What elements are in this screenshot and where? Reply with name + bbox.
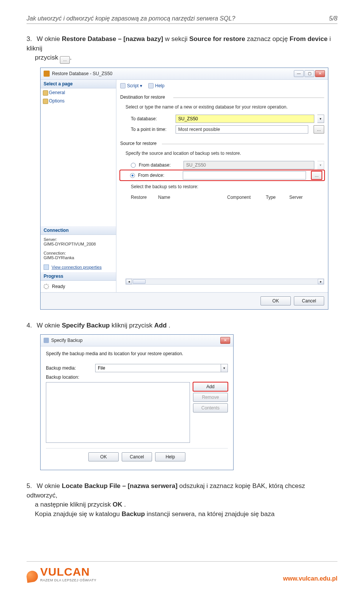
add-button[interactable]: Add	[193, 382, 228, 391]
step-5: 5. W oknie Locate Backup File – [nazwa s…	[27, 482, 337, 519]
backup-sets-header: Restore Name Component Type Server	[120, 193, 324, 201]
close-button[interactable]: ✕	[315, 70, 325, 77]
script-icon	[120, 83, 126, 88]
step-4-num: 4.	[27, 321, 35, 331]
destination-group-title: Destination for restore	[120, 94, 324, 100]
from-device-browse-button[interactable]: …	[311, 171, 322, 179]
logo-mark-icon	[26, 570, 39, 583]
backup-sets-list[interactable]: ◂ ▸	[126, 203, 324, 285]
specify-hint: Specify the backup media and its locatio…	[46, 351, 228, 362]
to-point-in-time-input[interactable]	[176, 125, 308, 134]
contents-button: Contents	[193, 403, 228, 412]
to-time-browse-button[interactable]: …	[314, 125, 324, 134]
progress-header: Progress	[41, 272, 116, 281]
step-4: 4. W oknie Specify Backup kliknij przyci…	[27, 321, 337, 331]
destination-hint: Select or type the name of a new or exis…	[120, 102, 324, 113]
ok-button[interactable]: OK	[88, 452, 119, 461]
scroll-right-icon[interactable]: ▸	[318, 279, 324, 284]
spinner-icon	[44, 284, 49, 289]
ellipsis-icon: …	[60, 56, 70, 64]
from-device-input[interactable]	[183, 171, 306, 179]
script-button[interactable]: Script ▾	[120, 83, 142, 88]
horizontal-scrollbar[interactable]: ◂ ▸	[126, 279, 324, 285]
help-icon	[148, 83, 154, 88]
dialog-icon	[44, 338, 49, 343]
close-button[interactable]: ✕	[220, 337, 230, 344]
source-group-title: Source for restore	[120, 141, 324, 146]
sidebar-item-general[interactable]: General	[41, 88, 116, 97]
backup-location-label: Backup location:	[46, 375, 91, 380]
window-title: Restore Database - SU_ZS50	[52, 71, 292, 76]
vulcan-logo: VULCAN RAZEM DLA LEPSZEJ OŚWIATY	[27, 565, 96, 582]
cancel-button[interactable]: Cancel	[294, 296, 324, 305]
from-device-label: From device:	[138, 173, 180, 178]
window-title: Specify Backup	[51, 338, 218, 343]
to-database-dropdown[interactable]: ▾	[317, 115, 324, 123]
properties-icon	[44, 264, 49, 270]
help-button[interactable]: Help	[155, 452, 185, 461]
step-5-num: 5.	[27, 482, 35, 491]
titlebar: Specify Backup ✕	[41, 335, 233, 346]
source-hint: Specify the source and location of backu…	[120, 148, 324, 160]
maximize-button[interactable]: ▢	[304, 70, 314, 77]
from-database-dropdown: ▾	[317, 161, 324, 169]
backup-media-dropdown[interactable]: ▾	[221, 364, 228, 372]
backup-location-list[interactable]	[46, 382, 190, 443]
scroll-left-icon[interactable]: ◂	[126, 279, 132, 284]
doc-title: Jak utworzyć i odtworzyć kopię zapasową …	[27, 15, 235, 22]
titlebar: Restore Database - SU_ZS50 — ▢ ✕	[41, 68, 328, 80]
specify-backup-window: Specify Backup ✕ Specify the backup medi…	[40, 334, 234, 470]
sidebar-item-options[interactable]: Options	[41, 97, 116, 105]
progress-status: Ready	[52, 284, 65, 289]
remove-button: Remove	[193, 393, 228, 402]
connection-info: Server: GIM5-DYR\OPTIVUM_2008 Connection…	[41, 235, 116, 272]
from-database-label: From database:	[139, 162, 180, 168]
select-sets-label: Select the backup sets to restore:	[120, 180, 324, 193]
connection-header: Connection	[41, 226, 116, 235]
page-footer: VULCAN RAZEM DLA LEPSZEJ OŚWIATY www.vul…	[27, 561, 337, 582]
to-point-in-time-label: To a point in time:	[131, 127, 173, 132]
minimize-button[interactable]: —	[294, 70, 304, 77]
from-device-radio[interactable]	[130, 173, 135, 178]
ok-button[interactable]: OK	[260, 296, 291, 305]
site-url: www.vulcan.edu.pl	[283, 575, 337, 582]
to-database-input[interactable]	[176, 115, 314, 123]
cancel-button[interactable]: Cancel	[122, 452, 152, 461]
step-3: 3. W oknie Restore Database – [nazwa baz…	[27, 35, 337, 64]
document-header: Jak utworzyć i odtworzyć kopię zapasową …	[27, 15, 337, 24]
restore-database-window: Restore Database - SU_ZS50 — ▢ ✕ Select …	[40, 68, 328, 310]
from-database-radio[interactable]	[131, 163, 136, 168]
select-page-header: Select a page	[41, 80, 116, 88]
help-button[interactable]: Help	[148, 83, 165, 88]
app-icon	[44, 71, 50, 77]
to-database-label: To database:	[131, 116, 173, 121]
scroll-thumb[interactable]	[133, 279, 146, 284]
step-3-num: 3.	[27, 35, 35, 44]
backup-media-select[interactable]	[95, 364, 221, 372]
from-database-input	[184, 161, 314, 169]
doc-page-number: 5/8	[329, 15, 337, 22]
view-connection-properties-link[interactable]: View connection properties	[52, 265, 102, 269]
backup-media-label: Backup media:	[46, 365, 91, 371]
